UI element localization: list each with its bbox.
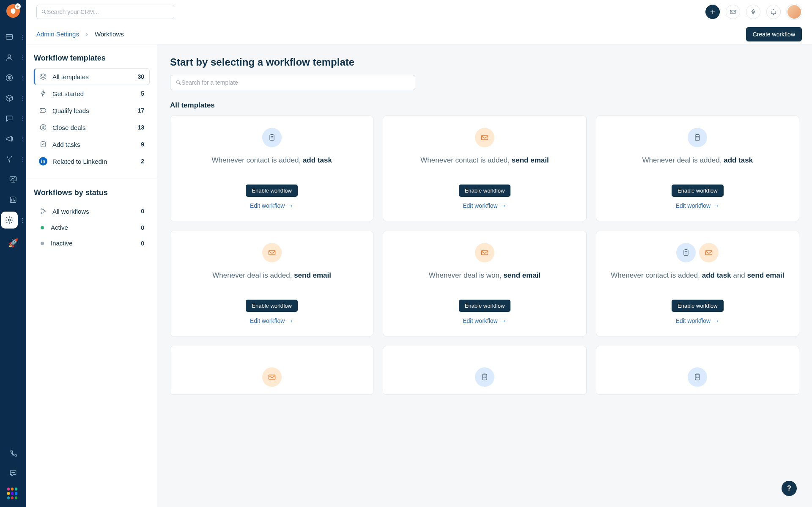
svg-rect-16	[695, 135, 700, 140]
svg-point-13	[176, 80, 179, 83]
nav-apps-icon[interactable]	[5, 485, 22, 502]
add-tasks-icon	[39, 140, 47, 149]
task-icon	[688, 128, 707, 147]
sidebar-item-qualify-leads[interactable]: Qualify leads17	[34, 102, 149, 118]
sidebar-status-active[interactable]: Active0	[34, 220, 149, 235]
svg-rect-15	[481, 135, 488, 140]
notifications-icon[interactable]	[766, 5, 781, 19]
get-started-icon	[39, 89, 47, 98]
nav-more-icon[interactable]: ⋮	[19, 116, 25, 121]
breadcrumb-parent[interactable]: Admin Settings	[36, 30, 79, 38]
email-icon	[475, 128, 494, 147]
nav-more-icon[interactable]: ⋮	[19, 156, 25, 162]
enable-workflow-button[interactable]: Enable workflow	[672, 185, 724, 197]
enable-workflow-button[interactable]: Enable workflow	[672, 300, 724, 312]
arrow-right-icon: →	[500, 202, 507, 209]
divider	[26, 179, 157, 179]
all-workflows-icon	[39, 207, 47, 215]
sidebar-status-inactive[interactable]: Inactive0	[34, 236, 149, 251]
freddy-icon[interactable]	[746, 5, 760, 19]
sidebar-item-count: 5	[141, 90, 144, 97]
svg-rect-23	[695, 374, 700, 380]
nav-rocket-icon[interactable]: 🚀	[5, 234, 22, 251]
sidebar-item-label: Close deals	[52, 124, 85, 131]
workflow-template-card: Whenever deal is won, send email Enable …	[383, 231, 586, 336]
template-search[interactable]	[170, 75, 415, 90]
edit-workflow-link[interactable]: Edit workflow →	[250, 317, 294, 324]
nav-settings-icon[interactable]	[1, 212, 18, 229]
workflow-template-card: Whenever deal is added, send email Enabl…	[170, 231, 373, 336]
svg-point-5	[8, 219, 11, 221]
nav-dashboard-icon[interactable]	[1, 29, 18, 46]
nav-reports-icon[interactable]	[5, 191, 22, 208]
close-deals-icon	[39, 123, 47, 132]
chevron-right-icon: ›	[86, 30, 88, 38]
sidebar-item-close-deals[interactable]: Close deals13	[34, 119, 149, 135]
edit-workflow-link[interactable]: Edit workflow →	[676, 202, 719, 209]
nav-more-icon[interactable]: ⋮	[19, 55, 25, 61]
svg-point-1	[8, 55, 11, 58]
card-title: Whenever contact is added, add task	[211, 155, 332, 166]
nav-more-icon[interactable]: ⋮	[19, 136, 25, 142]
global-nav: ⋮ ⋮ ⋮ ⋮ ⋮ ⋮ ⋮ ⋮ 🚀	[0, 0, 26, 507]
arrow-right-icon: →	[713, 202, 719, 209]
topbar	[26, 0, 812, 24]
nav-automations-icon[interactable]	[1, 151, 18, 168]
enable-workflow-button[interactable]: Enable workflow	[246, 185, 298, 197]
global-search[interactable]	[36, 5, 174, 19]
edit-workflow-link[interactable]: Edit workflow →	[463, 317, 506, 324]
sidebar-item-label: Active	[51, 224, 68, 231]
svg-point-12	[44, 211, 45, 212]
sidebar-item-count: 0	[141, 224, 144, 231]
app-logo[interactable]	[6, 4, 20, 18]
arrow-right-icon: →	[713, 317, 719, 324]
workflow-template-card	[383, 346, 586, 395]
sidebar-item-count: 0	[141, 208, 144, 215]
enable-workflow-button[interactable]: Enable workflow	[459, 300, 511, 312]
sidebar-item-label: Get started	[52, 90, 84, 97]
template-search-input[interactable]	[181, 79, 410, 86]
add-button[interactable]	[705, 5, 720, 19]
svg-rect-17	[269, 251, 275, 255]
enable-workflow-button[interactable]: Enable workflow	[246, 300, 298, 312]
task-icon	[475, 367, 494, 387]
edit-workflow-link[interactable]: Edit workflow →	[676, 317, 719, 324]
nav-message-icon[interactable]	[5, 465, 22, 482]
card-title: Whenever deal is won, send email	[429, 270, 541, 281]
sidebar-item-all[interactable]: All templates30	[34, 69, 149, 85]
card-title: Whenever deal is added, add task	[642, 155, 753, 166]
nav-phone-icon[interactable]	[5, 444, 22, 461]
nav-products-icon[interactable]	[1, 90, 18, 107]
edit-workflow-link[interactable]: Edit workflow →	[463, 202, 506, 209]
avatar[interactable]	[787, 4, 802, 19]
task-icon	[688, 367, 707, 387]
nav-more-icon[interactable]: ⋮	[19, 75, 25, 81]
enable-workflow-button[interactable]: Enable workflow	[459, 185, 511, 197]
sidebar-item-get-started[interactable]: Get started5	[34, 85, 149, 102]
sidebar-item-add-tasks[interactable]: Add tasks9	[34, 136, 149, 152]
nav-chat-icon[interactable]	[1, 110, 18, 127]
sidebar-item-count: 9	[141, 141, 144, 148]
nav-monitor-icon[interactable]	[5, 171, 22, 188]
help-fab[interactable]: ?	[782, 481, 797, 496]
nav-contacts-icon[interactable]	[1, 49, 18, 66]
sidebar-item-linkedin[interactable]: inRelated to LinkedIn2	[34, 153, 149, 169]
arrow-right-icon: →	[500, 317, 507, 324]
breadcrumb: Admin Settings › Workflows	[36, 30, 124, 38]
create-workflow-button[interactable]: Create workflow	[746, 27, 802, 41]
svg-rect-7	[730, 10, 735, 14]
edit-workflow-link[interactable]: Edit workflow →	[250, 202, 294, 209]
nav-more-icon[interactable]: ⋮	[19, 34, 25, 40]
sidebar-status-all-wf[interactable]: All workflows0	[34, 203, 149, 219]
panel-heading: Start by selecting a workflow template	[170, 56, 799, 68]
sidebar-item-label: Related to LinkedIn	[52, 158, 107, 165]
global-search-input[interactable]	[47, 8, 170, 15]
nav-campaigns-icon[interactable]	[1, 130, 18, 147]
nav-deals-icon[interactable]	[1, 69, 18, 86]
nav-more-icon[interactable]: ⋮	[19, 95, 25, 101]
breadcrumb-current: Workflows	[95, 30, 124, 38]
mail-icon[interactable]	[726, 5, 740, 19]
nav-more-icon[interactable]: ⋮	[19, 217, 25, 223]
email-icon	[262, 367, 282, 387]
workflow-template-card: Whenever contact is added, send email En…	[383, 116, 586, 221]
